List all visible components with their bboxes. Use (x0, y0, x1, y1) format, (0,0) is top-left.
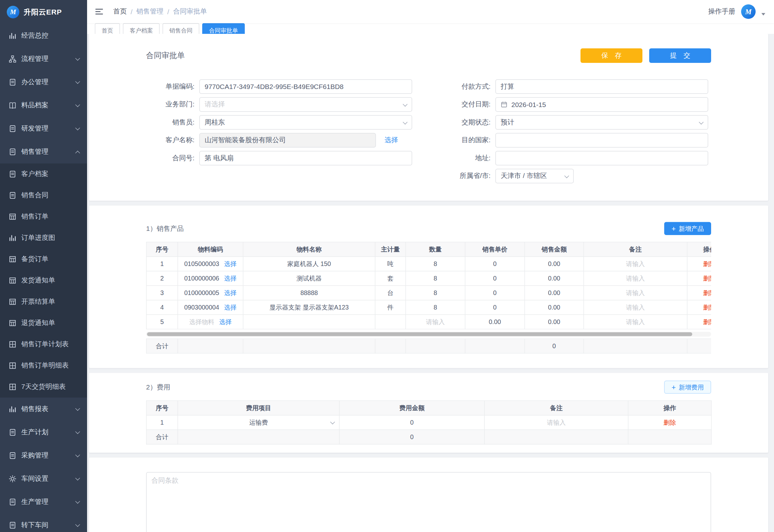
salesman-select[interactable]: 周桂东 (199, 115, 412, 130)
chevron-down-icon (75, 476, 80, 480)
delete-link[interactable]: 删除 (703, 289, 711, 296)
manual-link[interactable]: 操作手册 (708, 7, 735, 16)
tab-customer-archive[interactable]: 客户档案 (123, 23, 160, 34)
sidebar-item-production-mgmt[interactable]: 生产管理 (0, 490, 87, 514)
avatar[interactable]: M (741, 5, 756, 19)
unit-price-input[interactable]: 0 (465, 300, 525, 315)
unit-price-input[interactable]: 0 (465, 257, 525, 271)
contract-terms-textarea[interactable]: 合同条款 (146, 472, 711, 532)
col-actions: 操作 (687, 242, 711, 257)
sidebar-item-business-control[interactable]: 经营总控 (0, 24, 87, 47)
department-select[interactable]: 请选择 (199, 97, 412, 112)
products-table-zone: 序号 物料编码 物料名称 主计量 数量 销售单价 销售金额 备注 操作 1 (146, 242, 711, 330)
sidebar-item-sales-order-plan[interactable]: 销售订单计划表 (0, 334, 87, 355)
sidebar-item-purchase-mgmt[interactable]: 采购管理 (0, 444, 87, 467)
sidebar-item-workshop-settings[interactable]: 车间设置 (0, 467, 87, 490)
sidebar-item-sales-mgmt[interactable]: 销售管理 (0, 140, 87, 163)
delete-link[interactable]: 删除 (703, 274, 711, 282)
fees-header-row: 序号 费用项目 费用金额 备注 操作 (146, 401, 711, 415)
add-fee-button[interactable]: +新增费用 (664, 381, 711, 394)
select-material-link[interactable]: 选择 (224, 303, 237, 311)
delete-link[interactable]: 删除 (703, 303, 711, 311)
material-name: 家庭机器人 150 (243, 257, 375, 271)
sidebar-item-order-progress[interactable]: 订单进度图 (0, 227, 87, 249)
col-fee-item: 费用项目 (178, 401, 339, 415)
sidebar-item-label: 销售合同 (21, 191, 48, 200)
sidebar-item-rnd-mgmt[interactable]: 研发管理 (0, 117, 87, 140)
sidebar-item-return-notice[interactable]: 退货通知单 (0, 312, 87, 334)
select-material-link[interactable]: 选择 (224, 274, 237, 282)
sidebar-item-production-plan[interactable]: 生产计划 (0, 421, 87, 444)
customer-select-link[interactable]: 选择 (385, 136, 398, 145)
quantity-input[interactable]: 请输入 (406, 315, 465, 329)
breadcrumb-sales-mgmt[interactable]: 销售管理 (136, 7, 164, 16)
customer-label: 客户名称: (146, 136, 199, 145)
flow-icon (9, 55, 16, 63)
sidebar-item-customer-archive[interactable]: 客户档案 (0, 163, 87, 185)
contract-no-input[interactable]: 第 电风扇 (199, 151, 412, 165)
sidebar-item-process-mgmt[interactable]: 流程管理 (0, 47, 87, 71)
sidebar-item-shipping-notice[interactable]: 发货通知单 (0, 270, 87, 291)
quantity-input[interactable]: 8 (406, 286, 465, 300)
scrollbar-thumb[interactable] (147, 332, 692, 336)
doc-icon (9, 125, 16, 133)
note-input[interactable]: 请输入 (584, 315, 687, 329)
quantity-input[interactable]: 8 (406, 271, 465, 286)
address-input[interactable] (495, 151, 708, 165)
quantity-input[interactable]: 8 (406, 257, 465, 271)
note-input[interactable]: 请输入 (584, 271, 687, 286)
sidebar-item-materials-archive[interactable]: 料品档案 (0, 94, 87, 117)
total-label: 合计 (146, 339, 178, 353)
note-input[interactable]: 请输入 (584, 286, 687, 300)
delivery-status-select[interactable]: 预计 (495, 115, 708, 130)
sidebar-item-seven-day-delivery[interactable]: 7天交货明细表 (0, 376, 87, 398)
fee-item-select[interactable]: 运输费 (178, 415, 339, 430)
breadcrumb-home[interactable]: 首页 (113, 7, 127, 16)
chevron-down-icon[interactable] (761, 13, 765, 15)
unit-price-input[interactable]: 0 (465, 271, 525, 286)
province-select[interactable]: 天津市 / 市辖区 (495, 169, 574, 183)
unit-price-input[interactable]: 0 (465, 286, 525, 300)
sidebar-item-office-mgmt[interactable]: 办公管理 (0, 71, 87, 94)
delete-link[interactable]: 删除 (663, 419, 676, 426)
tab-contract-approval[interactable]: 合同审批单 (202, 23, 245, 34)
unit-price-input[interactable]: 0.00 (465, 315, 525, 329)
sidebar-item-workshop-transfer[interactable]: 转下车间 (0, 514, 87, 532)
sidebar-item-sales-order[interactable]: 销售订单 (0, 206, 87, 227)
sidebar-item-stock-order[interactable]: 备货订单 (0, 249, 87, 270)
tab-sales-contract[interactable]: 销售合同 (163, 23, 199, 34)
note-input[interactable]: 请输入 (584, 300, 687, 315)
sidebar-item-sales-order-detail[interactable]: 销售订单明细表 (0, 355, 87, 376)
tab-home[interactable]: 首页 (95, 23, 120, 34)
payment-input[interactable]: 打算 (495, 79, 708, 94)
delivery-date-input[interactable]: 2026-01-15 (495, 97, 708, 112)
dest-country-label: 目的国家: (442, 136, 495, 145)
sidebar-item-label: 研发管理 (21, 124, 48, 133)
amount: 0.00 (525, 271, 584, 286)
sidebar-item-label: 销售报表 (21, 405, 48, 414)
fees-table: 序号 费用项目 费用金额 备注 操作 1 运输费 0 请输入 删除 合计 (146, 400, 712, 445)
select-material-link[interactable]: 选择 (224, 260, 237, 267)
material-name: 测试机器 (243, 271, 375, 286)
select-material-link[interactable]: 选择 (224, 289, 237, 296)
quantity-input[interactable]: 8 (406, 300, 465, 315)
sidebar-item-sales-report[interactable]: 销售报表 (0, 398, 87, 421)
collapse-menu-icon[interactable] (95, 7, 104, 16)
dest-country-input[interactable] (495, 133, 708, 148)
doc-code-input[interactable]: 9770CA17-3497-4DB2-995E-B49E9CF61BD8 (199, 79, 412, 94)
delete-link[interactable]: 删除 (703, 318, 711, 325)
select-material-link[interactable]: 选择 (219, 318, 232, 325)
add-product-button[interactable]: +新增产品 (664, 222, 711, 235)
save-button[interactable]: 保存 (581, 48, 642, 63)
sidebar-item-sales-contract[interactable]: 销售合同 (0, 185, 87, 206)
unit: 套 (375, 271, 406, 286)
note-input[interactable]: 请输入 (584, 257, 687, 271)
delete-link[interactable]: 删除 (703, 260, 711, 267)
fee-amount-input[interactable]: 0 (339, 415, 484, 430)
chevron-down-icon (75, 125, 80, 130)
sidebar-item-invoice-settlement[interactable]: 开票结算单 (0, 291, 87, 312)
book-icon (9, 102, 16, 109)
submit-button[interactable]: 提交 (649, 48, 711, 63)
note-input[interactable]: 请输入 (484, 415, 628, 430)
chart-bars-icon (9, 32, 16, 40)
